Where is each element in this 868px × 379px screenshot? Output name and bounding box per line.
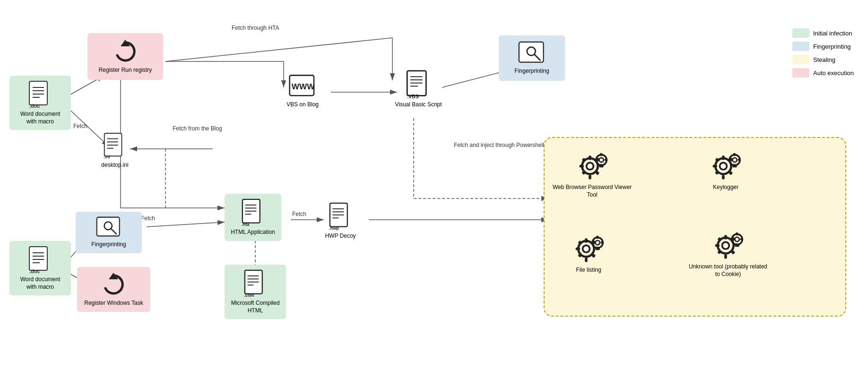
svg-rect-104	[728, 159, 731, 161]
svg-rect-96	[715, 158, 719, 162]
svg-text:.VBS: .VBS	[407, 94, 418, 99]
label-fetch-1: Fetch	[73, 123, 87, 129]
ms-html-label: Microsoft Compiled HTML	[228, 300, 282, 314]
legend: Initial infection Fingerprinting Stealin…	[792, 28, 854, 78]
legend-label-stealing: Stealing	[813, 56, 835, 63]
file-listing-label: File listing	[576, 267, 601, 274]
node-desktop-ini: .ini desktop.ini	[94, 132, 136, 169]
legend-item-autoexec: Auto execution	[792, 68, 854, 78]
legend-label-fingerprinting: Fingerprinting	[813, 43, 851, 50]
label-fetch-inject: Fetch and inject through Powershell	[454, 142, 544, 148]
vbs-blog-label: VBS on Blog	[286, 101, 319, 109]
node-register-windows: Register Windows Task	[77, 267, 150, 312]
node-web-browser: Web Browser Password Viewer Tool	[551, 151, 634, 198]
legend-item-fingerprinting: Fingerprinting	[792, 42, 854, 51]
svg-text:.hta: .hta	[242, 222, 250, 227]
node-keylogger: Keylogger	[693, 151, 759, 191]
doc2-label: Word document with macro	[16, 276, 64, 291]
svg-rect-89	[604, 159, 608, 161]
svg-rect-121	[601, 241, 604, 244]
svg-rect-29	[104, 133, 122, 156]
html-app-label: HTML Application	[231, 229, 275, 236]
node-fingerprinting-top: Fingerprinting	[499, 35, 565, 81]
svg-text:.hwp: .hwp	[329, 226, 339, 231]
unknown-tool-icon	[712, 231, 745, 261]
svg-text:.ini: .ini	[104, 154, 110, 159]
node-vbs-blog: WWW VBS on Blog	[277, 73, 329, 109]
svg-rect-128	[717, 237, 721, 241]
svg-rect-94	[713, 165, 717, 168]
node-hwp-decoy: .hwp HWP Decoy	[314, 202, 366, 240]
svg-text:.doc: .doc	[29, 268, 40, 274]
diagram-container: Initial infection Fingerprinting Stealin…	[0, 0, 868, 379]
svg-rect-92	[722, 155, 725, 160]
doc1-label: Word document with macro	[16, 111, 64, 125]
svg-rect-103	[733, 164, 736, 167]
svg-text:.doc: .doc	[29, 103, 40, 109]
svg-rect-124	[724, 235, 727, 239]
legend-label-initial: Initial infection	[813, 30, 852, 37]
svg-rect-102	[733, 153, 736, 156]
legend-color-stealing	[792, 55, 809, 64]
label-fetch-hta: Fetch through HTA	[232, 25, 279, 31]
unknown-tool-label: Unknown tool (probably related to Cookie…	[688, 263, 768, 278]
svg-rect-86	[600, 153, 602, 156]
node-unknown-tool: Unknown tool (probably related to Cookie…	[688, 231, 768, 278]
svg-point-123	[722, 242, 729, 249]
svg-rect-46	[29, 247, 47, 270]
legend-color-autoexec	[792, 68, 809, 78]
svg-point-107	[582, 245, 590, 252]
legend-item-initial: Initial infection	[792, 28, 854, 38]
svg-rect-76	[589, 155, 591, 160]
web-browser-icon	[576, 151, 609, 182]
svg-point-75	[586, 163, 593, 170]
chm-icon: .chm	[243, 269, 268, 298]
svg-rect-119	[596, 247, 599, 250]
legend-label-autoexec: Auto execution	[813, 69, 854, 77]
svg-rect-125	[724, 254, 727, 258]
svg-line-16	[147, 222, 225, 227]
svg-point-91	[720, 163, 727, 170]
svg-rect-120	[591, 241, 594, 244]
web-browser-label: Web Browser Password Viewer Tool	[551, 184, 634, 198]
hwp-decoy-label: HWP Decoy	[325, 233, 356, 240]
svg-rect-136	[730, 238, 734, 241]
legend-item-stealing: Stealing	[792, 55, 854, 64]
doc2-icon: .doc	[28, 246, 52, 274]
node-fingerprinting-bottom: Fingerprinting	[76, 212, 142, 253]
svg-rect-110	[576, 248, 580, 250]
doc1-icon: .doc	[28, 80, 52, 109]
svg-rect-22	[29, 81, 47, 105]
file-listing-icon	[572, 234, 605, 265]
legend-color-initial	[792, 28, 809, 38]
svg-rect-80	[582, 158, 586, 162]
vbs-icon: .VBS	[406, 70, 432, 99]
register-windows-icon	[101, 272, 127, 298]
svg-rect-77	[589, 175, 591, 179]
svg-rect-126	[715, 244, 720, 247]
svg-rect-105	[738, 159, 741, 161]
svg-rect-93	[722, 175, 725, 179]
svg-rect-134	[736, 233, 738, 236]
svg-point-133	[735, 237, 739, 241]
node-doc1: .doc Word document with macro	[9, 76, 71, 130]
node-file-listing: File listing	[551, 234, 626, 274]
hwp-icon: .hwp	[328, 202, 353, 231]
node-register-run: Register Run registry	[87, 33, 163, 80]
fingerprinting-top-label: Fingerprinting	[514, 68, 549, 75]
node-visual-basic: .VBS Visual Basic Script	[392, 70, 444, 109]
svg-line-7	[165, 38, 392, 61]
svg-rect-78	[579, 165, 583, 168]
desktop-ini-icon: .ini	[103, 132, 127, 160]
visual-basic-label: Visual Basic Script	[395, 101, 442, 109]
svg-point-101	[732, 158, 737, 162]
node-ms-html: .chm Microsoft Compiled HTML	[225, 265, 286, 319]
desktop-ini-label: desktop.ini	[101, 162, 128, 169]
fingerprinting-bottom-icon	[96, 216, 122, 239]
svg-rect-87	[600, 164, 602, 167]
register-run-icon	[113, 39, 139, 65]
keylogger-icon	[709, 151, 742, 182]
svg-rect-112	[578, 241, 582, 245]
keylogger-label: Keylogger	[713, 184, 738, 191]
label-fetch-3: Fetch	[141, 215, 155, 222]
